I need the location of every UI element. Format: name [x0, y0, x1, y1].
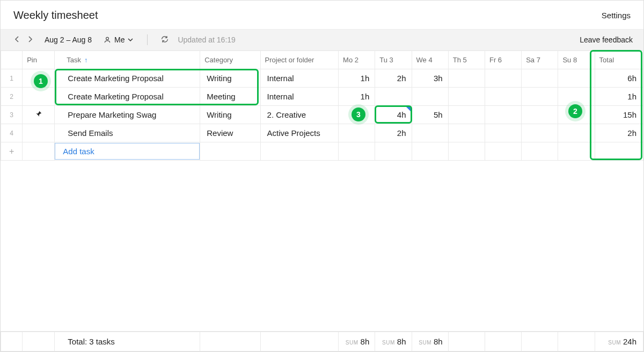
time-cell[interactable] [485, 106, 521, 124]
add-task-input[interactable]: Add task [55, 143, 200, 160]
col-task[interactable]: Task ↑ [55, 51, 200, 69]
task-category[interactable]: Writing [200, 106, 260, 124]
col-total[interactable]: Total [595, 51, 643, 69]
time-cell[interactable]: 1h [339, 88, 375, 106]
row-index: 3 [1, 106, 23, 124]
next-week-button[interactable] [25, 34, 36, 46]
time-cell[interactable] [448, 106, 485, 124]
time-cell[interactable] [412, 124, 448, 142]
time-cell[interactable] [522, 106, 558, 124]
time-cell[interactable] [448, 124, 485, 142]
footer-grand-total: SUM24h [595, 332, 643, 351]
time-cell[interactable] [412, 88, 448, 106]
footer-sum-we: SUM8h [412, 332, 448, 351]
add-row-button[interactable]: + [1, 142, 23, 161]
col-day-su[interactable]: Su 8 [558, 51, 595, 69]
col-pin[interactable]: Pin [23, 51, 55, 69]
col-task-label: Task [67, 56, 81, 64]
pin-cell[interactable] [23, 88, 55, 106]
task-category[interactable]: Meeting [200, 88, 260, 106]
chevron-down-icon [128, 37, 133, 42]
time-cell[interactable] [558, 69, 595, 88]
footer: Total: 3 tasks SUM8h SUM8h SUM8h SUM24h [1, 331, 643, 351]
settings-link[interactable]: Settings [602, 11, 631, 20]
task-project[interactable]: Internal [260, 88, 338, 106]
footer-sum-mo: SUM8h [339, 332, 375, 351]
task-project[interactable]: 2. Creative [260, 106, 338, 124]
row-total: 1h [595, 88, 643, 106]
time-cell[interactable] [375, 88, 412, 106]
col-day-sa[interactable]: Sa 7 [522, 51, 558, 69]
time-cell[interactable] [558, 106, 595, 124]
time-cell[interactable] [522, 88, 558, 106]
footer-total-tasks: Total: 3 tasks [55, 332, 200, 351]
time-cell[interactable] [448, 88, 485, 106]
table-row: 1Create Marketing ProposalWritingInterna… [1, 69, 643, 88]
row-total: 6h [595, 69, 643, 88]
footer-sum-sa [522, 332, 558, 351]
pin-cell[interactable] [23, 106, 55, 124]
row-index: 4 [1, 124, 23, 142]
time-cell[interactable]: 2h [375, 124, 412, 142]
pin-cell[interactable] [23, 124, 55, 142]
timesheet-table: Pin Task ↑ Category Project or folder Mo… [1, 51, 643, 161]
add-task-row: + Add task [1, 142, 643, 161]
page-title: Weekly timesheet [13, 9, 98, 21]
col-day-mo[interactable]: Mo 2 [339, 51, 375, 69]
time-cell[interactable] [485, 69, 521, 88]
sort-ascending-icon: ↑ [84, 56, 87, 64]
svg-point-0 [106, 37, 109, 40]
task-category[interactable]: Review [200, 124, 260, 142]
time-cell[interactable] [558, 124, 595, 142]
time-cell[interactable] [485, 88, 521, 106]
leave-feedback-link[interactable]: Leave feedback [580, 35, 633, 44]
pin-cell[interactable] [23, 69, 55, 88]
task-project[interactable]: Internal [260, 69, 338, 88]
footer-sum-tu: SUM8h [375, 332, 412, 351]
table-row: 4Send EmailsReviewActive Projects2h2h [1, 124, 643, 142]
footer-sum-th [448, 332, 485, 351]
col-day-th[interactable]: Th 5 [448, 51, 485, 69]
task-name[interactable]: Create Marketing Proposal [55, 88, 200, 106]
updated-label: Updated at 16:19 [178, 35, 235, 44]
time-cell[interactable]: 3h [412, 69, 448, 88]
header-row: Pin Task ↑ Category Project or folder Mo… [1, 51, 643, 69]
col-day-we[interactable]: We 4 [412, 51, 448, 69]
time-cell[interactable]: 2h [375, 69, 412, 88]
toolbar-divider [147, 34, 148, 45]
time-cell[interactable] [522, 124, 558, 142]
row-index: 1 [1, 69, 23, 88]
refresh-button[interactable] [158, 34, 171, 46]
toolbar: Aug 2 – Aug 8 Me Updated at 16:19 Leave … [1, 29, 643, 51]
person-icon [104, 36, 111, 44]
date-range[interactable]: Aug 2 – Aug 8 [45, 35, 92, 44]
cell-comment-indicator [406, 107, 411, 111]
time-cell[interactable]: 1h [339, 69, 375, 88]
table-row: 3Prepare Marketing SwagWriting2. Creativ… [1, 106, 643, 124]
row-total: 15h [595, 106, 643, 124]
pin-icon [35, 110, 42, 119]
col-project[interactable]: Project or folder [260, 51, 338, 69]
time-cell[interactable] [558, 88, 595, 106]
row-total: 2h [595, 124, 643, 142]
col-day-tu[interactable]: Tu 3 [375, 51, 412, 69]
col-category[interactable]: Category [200, 51, 260, 69]
task-name[interactable]: Create Marketing Proposal [55, 69, 200, 88]
prev-week-button[interactable] [11, 34, 22, 46]
time-cell[interactable] [339, 124, 375, 142]
time-cell[interactable] [448, 69, 485, 88]
person-picker[interactable]: Me [100, 35, 136, 44]
footer-sum-su [558, 332, 595, 351]
row-index: 2 [1, 88, 23, 106]
task-category[interactable]: Writing [200, 69, 260, 88]
table-row: 2Create Marketing ProposalMeetingInterna… [1, 88, 643, 106]
task-name[interactable]: Prepare Marketing Swag [55, 106, 200, 124]
time-cell[interactable] [522, 69, 558, 88]
person-label: Me [114, 35, 125, 44]
task-project[interactable]: Active Projects [260, 124, 338, 142]
task-name[interactable]: Send Emails [55, 124, 200, 142]
time-cell[interactable]: 5h [412, 106, 448, 124]
time-cell[interactable] [339, 106, 375, 124]
time-cell[interactable] [485, 124, 521, 142]
col-day-fr[interactable]: Fr 6 [485, 51, 521, 69]
